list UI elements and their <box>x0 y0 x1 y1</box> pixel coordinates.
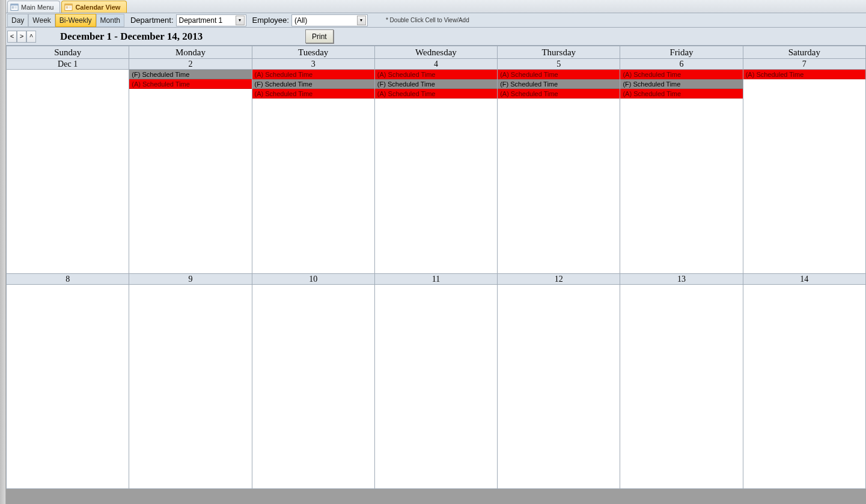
svg-rect-7 <box>65 4 72 5</box>
day-cell[interactable]: (F) Scheduled Time(A) Scheduled Time <box>129 70 252 274</box>
day-header: Friday <box>620 46 743 59</box>
form-icon <box>10 3 19 11</box>
view-toolbar: Day Week Bi-Weekly Month Department: Dep… <box>6 13 866 28</box>
date-cell: 12 <box>498 274 620 285</box>
svg-rect-8 <box>66 7 69 7</box>
tab-label: Calendar View <box>75 4 120 11</box>
calendar-event[interactable]: (A) Scheduled Time <box>252 89 374 99</box>
day-header: Saturday <box>743 46 866 59</box>
view-month-button[interactable]: Month <box>96 14 124 27</box>
view-week-button[interactable]: Week <box>28 14 55 27</box>
employee-value: (All) <box>294 16 355 25</box>
svg-rect-1 <box>11 4 18 5</box>
left-rail <box>0 0 6 504</box>
date-cell: 10 <box>252 274 375 285</box>
calendar-event[interactable]: (A) Scheduled Time <box>375 70 497 79</box>
day-cell[interactable] <box>498 285 620 489</box>
calendar-event[interactable]: (F) Scheduled Time <box>252 79 374 89</box>
calendar-grid: Sunday Monday Tuesday Wednesday Thursday… <box>6 46 866 489</box>
print-button-wrap: Print <box>305 29 334 43</box>
calendar-event[interactable]: (A) Scheduled Time <box>375 89 497 99</box>
view-day-button[interactable]: Day <box>7 14 28 27</box>
week-body <box>6 285 866 489</box>
week-body: (F) Scheduled Time(A) Scheduled Time(A) … <box>6 70 866 274</box>
calendar-event[interactable]: (A) Scheduled Time <box>498 70 620 79</box>
date-cell: 4 <box>375 59 498 70</box>
day-cell[interactable]: (A) Scheduled Time(F) Scheduled Time(A) … <box>375 70 498 274</box>
next-button[interactable]: > <box>17 31 26 43</box>
employee-combo[interactable]: (All) ▾ <box>291 14 368 26</box>
svg-rect-10 <box>69 7 71 7</box>
day-cell[interactable]: (A) Scheduled Time(F) Scheduled Time(A) … <box>620 70 743 274</box>
department-combo[interactable]: Department 1 ▾ <box>176 14 246 26</box>
date-cell: 13 <box>620 274 743 285</box>
nav-toolbar: < > ^ December 1 - December 14, 2013 Pri… <box>6 28 866 46</box>
department-label: Department: <box>130 16 174 25</box>
day-cell[interactable]: (A) Scheduled Time <box>743 70 866 274</box>
department-value: Department 1 <box>179 16 233 25</box>
day-header: Thursday <box>498 46 620 59</box>
day-header: Wednesday <box>375 46 498 59</box>
main-area: Main Menu Calendar View Day Week Bi-Week… <box>6 0 866 504</box>
day-cell[interactable] <box>129 285 252 489</box>
day-cell[interactable]: (A) Scheduled Time(F) Scheduled Time(A) … <box>498 70 620 274</box>
date-cell: 3 <box>252 59 375 70</box>
svg-rect-11 <box>69 7 71 8</box>
calendar-event[interactable]: (A) Scheduled Time <box>743 70 865 79</box>
day-header: Sunday <box>6 46 129 59</box>
date-row: 8 9 10 11 12 13 14 <box>6 274 866 285</box>
calendar-event[interactable]: (A) Scheduled Time <box>129 79 251 89</box>
day-cell[interactable] <box>743 285 866 489</box>
day-cell[interactable] <box>620 285 743 489</box>
svg-rect-2 <box>12 7 14 7</box>
calendar-event[interactable]: (A) Scheduled Time <box>498 89 620 99</box>
up-button[interactable]: ^ <box>26 31 36 43</box>
tab-strip: Main Menu Calendar View <box>6 0 866 13</box>
day-cell[interactable]: (A) Scheduled Time(F) Scheduled Time(A) … <box>252 70 375 274</box>
calendar-event[interactable]: (F) Scheduled Time <box>129 70 251 79</box>
date-row: Dec 1 2 3 4 5 6 7 <box>6 59 866 70</box>
view-biweekly-button[interactable]: Bi-Weekly <box>55 14 96 27</box>
calendar-event[interactable]: (A) Scheduled Time <box>620 89 742 99</box>
chevron-down-icon: ▾ <box>357 16 366 25</box>
date-cell: 5 <box>498 59 620 70</box>
hint-text: * Double Click Cell to View/Add <box>386 17 469 23</box>
svg-rect-3 <box>12 7 14 8</box>
calendar-event[interactable]: (A) Scheduled Time <box>252 70 374 79</box>
date-cell: 7 <box>743 59 866 70</box>
calendar-event[interactable]: (F) Scheduled Time <box>375 79 497 89</box>
date-cell: 2 <box>129 59 252 70</box>
date-cell: 11 <box>375 274 498 285</box>
print-button[interactable]: Print <box>305 29 334 43</box>
day-cell[interactable] <box>375 285 498 489</box>
day-cell[interactable] <box>252 285 375 489</box>
chevron-down-icon: ▾ <box>236 16 245 25</box>
date-cell: Dec 1 <box>6 59 129 70</box>
employee-label: Employee: <box>252 16 289 25</box>
svg-rect-9 <box>66 7 69 8</box>
form-icon <box>64 3 73 11</box>
date-cell: 8 <box>6 274 129 285</box>
tab-main-menu[interactable]: Main Menu <box>7 1 60 13</box>
date-range-title: December 1 - December 14, 2013 <box>60 31 203 43</box>
day-header: Tuesday <box>252 46 375 59</box>
svg-rect-4 <box>14 7 17 7</box>
day-cell[interactable] <box>6 70 129 274</box>
day-header-row: Sunday Monday Tuesday Wednesday Thursday… <box>6 46 866 59</box>
date-cell: 9 <box>129 274 252 285</box>
date-cell: 6 <box>620 59 743 70</box>
calendar-event[interactable]: (F) Scheduled Time <box>620 79 742 89</box>
calendar-event[interactable]: (A) Scheduled Time <box>620 70 742 79</box>
calendar-event[interactable]: (F) Scheduled Time <box>498 79 620 89</box>
tab-calendar-view[interactable]: Calendar View <box>61 1 127 13</box>
svg-rect-5 <box>14 7 17 8</box>
day-header: Monday <box>129 46 252 59</box>
day-cell[interactable] <box>6 285 129 489</box>
tab-label: Main Menu <box>21 4 53 11</box>
content-wrap: Day Week Bi-Weekly Month Department: Dep… <box>6 13 866 504</box>
prev-button[interactable]: < <box>7 31 17 43</box>
date-cell: 14 <box>743 274 866 285</box>
